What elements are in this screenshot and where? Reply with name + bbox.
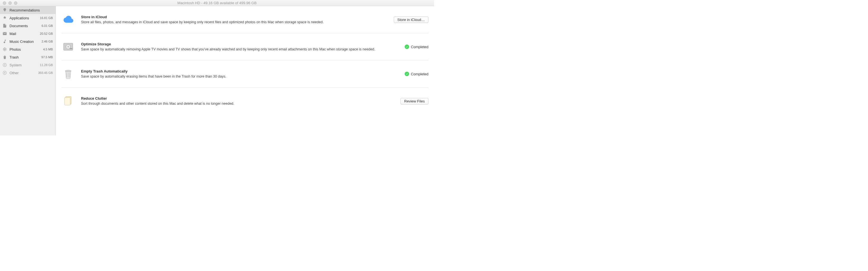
system-icon (2, 62, 7, 67)
recommendation-optimize-storage: Optimize Storage Save space by automatic… (61, 33, 428, 60)
svg-point-3 (6, 50, 6, 50)
svg-rect-16 (65, 98, 70, 105)
svg-point-1 (4, 48, 5, 49)
svg-point-8 (4, 64, 5, 65)
svg-point-6 (3, 49, 4, 49)
other-icon (2, 70, 7, 75)
sidebar-item-label: Recommendations (9, 8, 53, 12)
checkmark-icon (405, 45, 409, 49)
svg-point-13 (68, 46, 69, 47)
recommendation-title: Store in iCloud (81, 15, 388, 19)
completed-status: Completed (405, 45, 428, 49)
sidebar-item-size: 11.28 GB (40, 63, 53, 66)
svg-point-10 (4, 72, 5, 73)
documents-icon (2, 23, 7, 28)
maximize-window-button[interactable] (14, 1, 17, 5)
checkmark-icon (405, 72, 409, 76)
applications-icon (2, 16, 7, 21)
trash-icon (2, 55, 7, 60)
recommendation-title: Empty Trash Automatically (81, 69, 399, 73)
recommendation-empty-trash: Empty Trash Automatically Save space by … (61, 60, 428, 88)
window-title: Macintosh HD - 49.16 GB available of 499… (178, 1, 256, 5)
recommendation-store-in-icloud: Store in iCloud Store all files, photos,… (61, 6, 428, 33)
sidebar-item-system[interactable]: System 11.28 GB (0, 61, 56, 69)
harddrive-icon (61, 40, 75, 53)
sidebar-item-size: 6.01 GB (42, 24, 53, 27)
lightbulb-icon (2, 7, 7, 12)
sidebar-item-label: Other (9, 71, 38, 75)
mail-icon (2, 31, 7, 36)
recommendation-description: Store all files, photos, and messages in… (81, 20, 388, 24)
recommendation-description: Sort through documents and other content… (81, 101, 395, 106)
sidebar-item-size: 20.52 GB (40, 32, 53, 35)
svg-rect-14 (70, 49, 72, 49)
sidebar-item-applications[interactable]: Applications 16.81 GB (0, 14, 56, 22)
sidebar-item-label: Applications (9, 16, 40, 20)
svg-point-0 (4, 49, 5, 50)
content-area: Store in iCloud Store all files, photos,… (56, 6, 434, 136)
svg-point-4 (4, 50, 5, 51)
sidebar-item-size: 97.5 MB (41, 55, 53, 59)
sidebar-item-music-creation[interactable]: Music Creation 2.46 GB (0, 37, 56, 45)
close-window-button[interactable] (3, 1, 6, 5)
svg-point-5 (3, 50, 4, 50)
trash-full-icon (61, 67, 75, 81)
store-in-icloud-button[interactable]: Store in iCloud… (394, 17, 428, 23)
sidebar-item-label: Photos (9, 47, 43, 52)
recommendation-title: Reduce Clutter (81, 96, 395, 101)
sidebar-item-photos[interactable]: Photos 4.5 MB (0, 45, 56, 53)
sidebar-item-label: System (9, 63, 40, 67)
recommendation-description: Save space by automatically erasing item… (81, 74, 399, 79)
recommendation-reduce-clutter: Reduce Clutter Sort through documents an… (61, 88, 428, 114)
completed-label: Completed (411, 72, 428, 76)
review-files-button[interactable]: Review Files (400, 98, 428, 104)
completed-label: Completed (411, 45, 428, 49)
sidebar-item-label: Documents (9, 24, 42, 28)
sidebar-item-size: 393.45 GB (38, 71, 53, 75)
titlebar: Macintosh HD - 49.16 GB available of 499… (0, 0, 434, 6)
svg-point-2 (6, 49, 6, 49)
sidebar: Recommendations Applications 16.81 GB Do… (0, 6, 56, 136)
sidebar-item-size: 2.46 GB (42, 40, 53, 43)
sidebar-item-mail[interactable]: Mail 20.52 GB (0, 30, 56, 37)
sidebar-item-other[interactable]: Other 393.45 GB (0, 69, 56, 77)
music-icon (2, 39, 7, 44)
photos-icon (2, 47, 7, 52)
sidebar-item-recommendations[interactable]: Recommendations (0, 6, 56, 14)
icloud-icon (61, 13, 75, 26)
minimize-window-button[interactable] (8, 1, 12, 5)
recommendation-title: Optimize Storage (81, 42, 399, 46)
sidebar-item-label: Mail (9, 32, 40, 36)
sidebar-item-label: Trash (9, 55, 41, 59)
sidebar-item-size: 16.81 GB (40, 16, 53, 20)
sidebar-item-documents[interactable]: Documents 6.01 GB (0, 22, 56, 30)
recommendation-description: Save space by automatically removing App… (81, 47, 399, 52)
sidebar-item-size: 4.5 MB (43, 48, 53, 51)
sidebar-item-label: Music Creation (9, 39, 42, 44)
completed-status: Completed (405, 72, 428, 76)
documents-stack-icon (61, 94, 75, 108)
sidebar-item-trash[interactable]: Trash 97.5 MB (0, 53, 56, 61)
